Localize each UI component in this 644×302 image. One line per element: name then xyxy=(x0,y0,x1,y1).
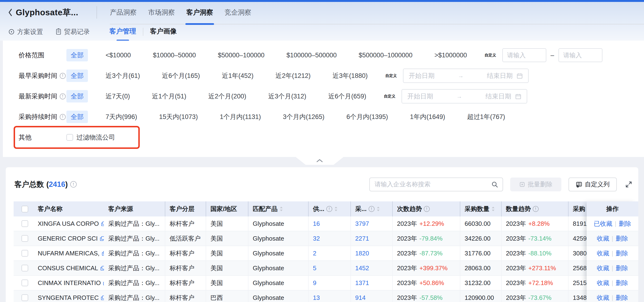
filter-option[interactable]: 近1个月(51) xyxy=(148,90,190,102)
filter-option[interactable]: 1个月内(1131) xyxy=(216,110,265,123)
customer-name[interactable]: GENERIC CROP SCI xyxy=(38,235,98,242)
back-icon[interactable] xyxy=(7,8,14,16)
filter-option[interactable]: 近3个月(61) xyxy=(101,70,144,82)
filter-option[interactable]: 近3年(1880) xyxy=(328,70,372,82)
count-link[interactable]: 2 xyxy=(313,250,316,257)
filter-option[interactable]: 全部 xyxy=(66,70,88,82)
count-link[interactable]: 3797 xyxy=(355,220,369,228)
sort-icon[interactable] xyxy=(491,206,495,212)
filter-option[interactable]: $500000–1000000 xyxy=(354,50,417,61)
delete-link[interactable]: 删除 xyxy=(616,294,628,302)
filter-option[interactable]: $50000–100000 xyxy=(214,50,269,61)
customer-name[interactable]: CINMAX INTERNATIO xyxy=(38,279,101,287)
count-link[interactable]: 914 xyxy=(355,294,366,302)
row-checkbox[interactable] xyxy=(22,235,28,242)
count-link[interactable]: 5 xyxy=(313,264,316,272)
delete-link[interactable]: 删除 xyxy=(616,234,628,243)
copy-icon[interactable] xyxy=(100,266,104,271)
delete-link[interactable]: 删除 xyxy=(616,249,628,258)
filter-option[interactable]: 近6个月(165) xyxy=(158,70,204,82)
filter-option[interactable]: 全部 xyxy=(66,90,88,102)
favorite-link[interactable]: 收藏 xyxy=(597,234,609,243)
favorite-link[interactable]: 收藏 xyxy=(597,264,609,272)
favorite-link[interactable]: 收藏 xyxy=(597,294,609,302)
info-icon: ! xyxy=(533,206,539,212)
custom-columns-button[interactable]: 自定义列 xyxy=(568,178,617,192)
sort-icon[interactable] xyxy=(376,206,380,212)
filter-option[interactable]: <$10000 xyxy=(101,50,135,61)
count-link[interactable]: 16 xyxy=(313,220,320,228)
filter-option[interactable]: 15天内(1073) xyxy=(155,110,202,123)
breadcrumb[interactable]: Glyphosate草... xyxy=(0,7,96,18)
price-min-input[interactable] xyxy=(502,48,546,62)
batch-delete-button[interactable]: 批量删除 xyxy=(510,178,561,192)
filter-option[interactable]: 7天内(996) xyxy=(101,110,142,123)
favorite-link[interactable]: 收藏 xyxy=(597,279,609,287)
delete-link[interactable]: 删除 xyxy=(619,220,631,228)
tab-市场洞察[interactable]: 市场洞察 xyxy=(148,2,175,23)
filter-option[interactable]: 近6个月(659) xyxy=(324,90,370,102)
filter-option[interactable]: 近2年(1212) xyxy=(271,70,315,82)
customer-name[interactable]: CONSUS CHEMICAL xyxy=(38,264,98,272)
filter-option[interactable]: 近3个月(312) xyxy=(264,90,310,102)
price-max-input[interactable] xyxy=(558,48,602,62)
logistics-filter-checkbox[interactable] xyxy=(66,134,73,141)
subtab-客户画像[interactable]: 客户画像 xyxy=(150,27,177,37)
count-link[interactable]: 1371 xyxy=(355,279,369,287)
customer-name[interactable]: SYNGENTA PROTEC xyxy=(38,294,99,302)
filter-option[interactable]: $10000–50000 xyxy=(148,50,200,61)
tab-竞企洞察[interactable]: 竞企洞察 xyxy=(224,2,251,23)
search-input[interactable] xyxy=(374,181,491,188)
info-icon: ! xyxy=(368,206,374,212)
count-link[interactable]: 2271 xyxy=(355,235,369,242)
filter-option[interactable]: 全部 xyxy=(66,110,88,123)
count-link[interactable]: 32 xyxy=(313,235,320,242)
copy-icon[interactable] xyxy=(100,236,104,241)
filter-option[interactable]: 3个月内(1265) xyxy=(278,110,329,123)
filter-option[interactable]: 1年内(1649) xyxy=(406,110,449,123)
filter-option[interactable]: >$1000000 xyxy=(430,50,471,61)
customer-name[interactable]: XINGFA USA CORPO xyxy=(38,220,99,228)
subtab-客户管理[interactable]: 客户管理 xyxy=(110,27,136,37)
row-checkbox[interactable] xyxy=(22,250,28,256)
sort-icon[interactable] xyxy=(334,206,338,212)
copy-icon[interactable] xyxy=(100,295,104,300)
row-checkbox[interactable] xyxy=(22,280,28,286)
filter-option[interactable]: 近1年(452) xyxy=(218,70,258,82)
select-all-checkbox[interactable] xyxy=(22,206,28,212)
fullscreen-button[interactable] xyxy=(624,180,634,189)
tab-产品洞察[interactable]: 产品洞察 xyxy=(110,2,137,23)
custom-option[interactable]: 自定义 xyxy=(385,73,397,78)
customer-name[interactable]: NUFARM AMERICAS, xyxy=(38,250,100,257)
delete-link[interactable]: 删除 xyxy=(616,279,628,287)
filter-option[interactable]: 全部 xyxy=(66,49,88,62)
custom-option[interactable]: 自定义 xyxy=(384,94,395,99)
trade-records-button[interactable]: 贸易记录 xyxy=(56,28,90,36)
date-range-picker[interactable]: 开始日期→结束日期 xyxy=(403,68,528,83)
filter-option[interactable]: $100000–500000 xyxy=(282,50,341,61)
filter-option[interactable]: 超过1年(767) xyxy=(463,110,509,123)
favorite-link[interactable]: 已收藏 xyxy=(594,220,612,228)
row-checkbox[interactable] xyxy=(22,265,28,272)
count-link[interactable]: 13 xyxy=(313,294,320,302)
favorite-link[interactable]: 收藏 xyxy=(597,249,609,258)
filter-option[interactable]: 近7天(0) xyxy=(101,90,134,102)
tab-客户洞察[interactable]: 客户洞察 xyxy=(186,2,213,23)
count-link[interactable]: 1452 xyxy=(355,264,369,272)
scheme-settings-button[interactable]: 方案设置 xyxy=(8,28,43,36)
row-checkbox[interactable] xyxy=(22,294,28,301)
filter-option[interactable]: 近2个月(200) xyxy=(204,90,250,102)
date-range-picker[interactable]: 开始日期→结束日期 xyxy=(402,89,527,104)
collapse-filters-button[interactable] xyxy=(296,157,344,165)
delete-link[interactable]: 删除 xyxy=(616,264,628,272)
search-icon[interactable] xyxy=(491,181,498,188)
count-link[interactable]: 1820 xyxy=(355,250,369,257)
row-checkbox[interactable] xyxy=(22,220,28,227)
sort-icon[interactable] xyxy=(280,206,283,212)
copy-icon[interactable] xyxy=(101,221,104,226)
count-link[interactable]: 9 xyxy=(313,279,316,287)
count-value[interactable]: 2416 xyxy=(49,180,65,188)
custom-option[interactable]: 自定义 xyxy=(485,53,496,58)
copy-icon[interactable] xyxy=(102,251,104,256)
filter-option[interactable]: 6个月内(1395) xyxy=(342,110,392,123)
